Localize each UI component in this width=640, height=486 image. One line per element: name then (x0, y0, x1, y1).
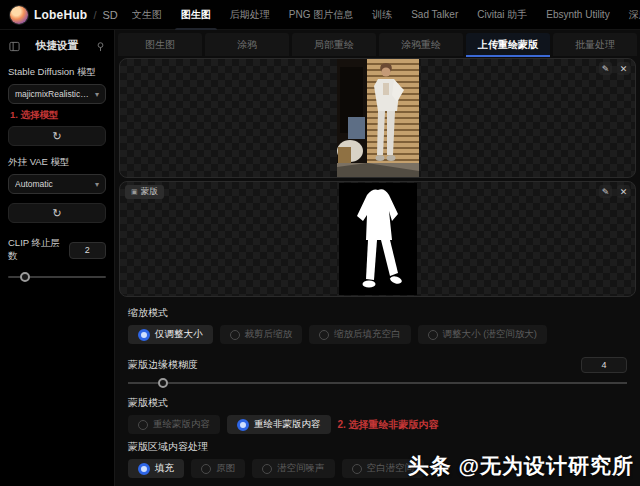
sd-model-select[interactable]: majicmixRealistic_v6.safete ▾ (8, 84, 106, 104)
nav-depth-lib[interactable]: 深度图库 (629, 0, 640, 31)
chevron-down-icon: ▾ (95, 180, 99, 189)
refresh-icon: ↻ (52, 207, 61, 220)
radio-icon (262, 464, 272, 474)
tab-inpaint-upload[interactable]: 上传重绘蒙版 (466, 33, 550, 56)
resize-mode-label: 缩放模式 (128, 306, 636, 320)
logo[interactable]: LobeHub / SD (0, 6, 132, 24)
uploaded-source-image (337, 59, 419, 177)
tab-sketch[interactable]: 涂鸦 (205, 33, 289, 56)
masked-content-fill[interactable]: 填充 (128, 459, 184, 478)
radio-icon (352, 464, 362, 474)
img2img-tabs: 图生图 涂鸦 局部重绘 涂鸦重绘 上传重绘蒙版 批量处理 (115, 30, 640, 56)
remove-image-icon[interactable]: ✕ (617, 62, 630, 75)
radio-selected-icon (138, 329, 150, 341)
tab-inpaint[interactable]: 局部重绘 (292, 33, 376, 56)
nav-ebsynth[interactable]: Ebsynth Utility (546, 0, 609, 29)
radio-icon (230, 330, 240, 340)
mask-blur-slider[interactable] (128, 377, 627, 389)
uploaded-mask-image (339, 183, 417, 295)
product-name: SD (102, 9, 117, 21)
slider-handle[interactable] (20, 272, 30, 282)
refresh-vae-button[interactable]: ↻ (8, 203, 106, 223)
img2img-main: 图生图 涂鸦 局部重绘 涂鸦重绘 上传重绘蒙版 批量处理 ✎ ✕ (115, 30, 640, 486)
refresh-sd-model-button[interactable]: ↻ (8, 126, 106, 146)
sidebar-title: 快捷设置 (36, 39, 78, 53)
mask-chip: ▣ 蒙版 (125, 185, 164, 199)
mask-mode-inpaint-not-masked[interactable]: 重绘非蒙版内容 (227, 415, 331, 434)
chevron-down-icon: ▾ (95, 90, 99, 99)
annotation-mask-mode: 2. 选择重绘非蒙版内容 (338, 418, 439, 432)
top-nav: 文生图 图生图 后期处理 PNG 图片信息 训练 Sad Talker Civi… (132, 0, 640, 31)
resize-option-resize-and-fill[interactable]: 缩放后填充空白 (309, 325, 411, 344)
slider-track (128, 382, 627, 384)
edit-mask-icon[interactable]: ✎ (599, 185, 612, 198)
vae-label: 外挂 VAE 模型 (8, 156, 106, 169)
top-header: LobeHub / SD 文生图 图生图 后期处理 PNG 图片信息 训练 Sa… (0, 0, 640, 30)
clip-skip-row: CLIP 终止层数 2 (8, 237, 106, 263)
resize-mode-options: 仅调整大小 裁剪后缩放 缩放后填充空白 调整大小 (潜空间放大) (128, 325, 636, 344)
nav-img2img[interactable]: 图生图 (181, 0, 211, 31)
vae-value: Automatic (15, 179, 91, 189)
quick-settings-sidebar: 快捷设置 Stable Diffusion 模型 majicmixRealist… (0, 30, 115, 486)
masked-content-latent-nothing[interactable]: 空白潜空间 (342, 459, 425, 478)
radio-icon (138, 420, 148, 430)
masked-content-latent-noise[interactable]: 潜空间噪声 (252, 459, 335, 478)
source-image-dropzone[interactable]: ✎ ✕ (119, 58, 636, 178)
sidebar-header: 快捷设置 (8, 36, 106, 56)
collapse-sidebar-icon[interactable] (8, 40, 20, 52)
mask-chip-icon: ▣ (131, 188, 138, 196)
radio-icon (201, 464, 211, 474)
edit-image-icon[interactable]: ✎ (599, 62, 612, 75)
sd-model-label: Stable Diffusion 模型 (8, 66, 106, 79)
resize-option-crop-and-resize[interactable]: 裁剪后缩放 (220, 325, 303, 344)
clip-skip-slider[interactable] (8, 271, 106, 283)
radio-selected-icon (138, 463, 150, 475)
nav-extras[interactable]: 后期处理 (230, 0, 270, 31)
resize-option-just-resize[interactable]: 仅调整大小 (128, 325, 213, 344)
nav-sad-talker[interactable]: Sad Talker (411, 0, 458, 29)
masked-content-original[interactable]: 原图 (191, 459, 245, 478)
brand-name: LobeHub (34, 8, 87, 22)
pin-icon[interactable] (94, 40, 106, 52)
tab-img2img[interactable]: 图生图 (118, 33, 202, 56)
mask-mode-label: 蒙版模式 (128, 396, 636, 410)
nav-txt2img[interactable]: 文生图 (132, 0, 162, 31)
tab-inpaint-sketch[interactable]: 涂鸦重绘 (379, 33, 463, 56)
mask-blur-value[interactable]: 4 (581, 357, 627, 373)
sd-model-value: majicmixRealistic_v6.safete (15, 89, 91, 99)
mask-blur-row: 蒙版边缘模糊度 4 (128, 357, 627, 373)
mask-chip-label: 蒙版 (141, 186, 158, 198)
refresh-icon: ↻ (52, 130, 61, 143)
annotation-select-model: 1. 选择模型 (10, 109, 106, 122)
mask-mode-options: 重绘蒙版内容 重绘非蒙版内容 2. 选择重绘非蒙版内容 (128, 415, 636, 434)
masked-content-options: 填充 原图 潜空间噪声 空白潜空间 (128, 459, 636, 478)
vae-select[interactable]: Automatic ▾ (8, 174, 106, 194)
inpaint-upload-content: ✎ ✕ (115, 56, 640, 486)
logo-divider: / (93, 9, 96, 21)
clip-skip-value[interactable]: 2 (69, 242, 106, 259)
nav-png-info[interactable]: PNG 图片信息 (289, 0, 353, 31)
app-root: LobeHub / SD 文生图 图生图 后期处理 PNG 图片信息 训练 Sa… (0, 0, 640, 486)
mask-mode-inpaint-masked[interactable]: 重绘蒙版内容 (128, 415, 220, 434)
radio-icon (428, 330, 438, 340)
clip-skip-label: CLIP 终止层数 (8, 237, 69, 263)
slider-handle[interactable] (158, 378, 168, 388)
radio-selected-icon (237, 419, 249, 431)
mask-blur-label: 蒙版边缘模糊度 (128, 358, 198, 372)
nav-civitai-helper[interactable]: Civitai 助手 (477, 0, 527, 31)
tab-batch[interactable]: 批量处理 (553, 33, 637, 56)
lobehub-logo-icon (10, 6, 28, 24)
nav-train[interactable]: 训练 (372, 0, 392, 31)
mask-image-dropzone[interactable]: ▣ 蒙版 ✎ ✕ (119, 181, 636, 297)
remove-mask-icon[interactable]: ✕ (617, 185, 630, 198)
resize-option-latent-upscale[interactable]: 调整大小 (潜空间放大) (418, 325, 547, 344)
radio-icon (319, 330, 329, 340)
masked-content-label: 蒙版区域内容处理 (128, 440, 636, 454)
